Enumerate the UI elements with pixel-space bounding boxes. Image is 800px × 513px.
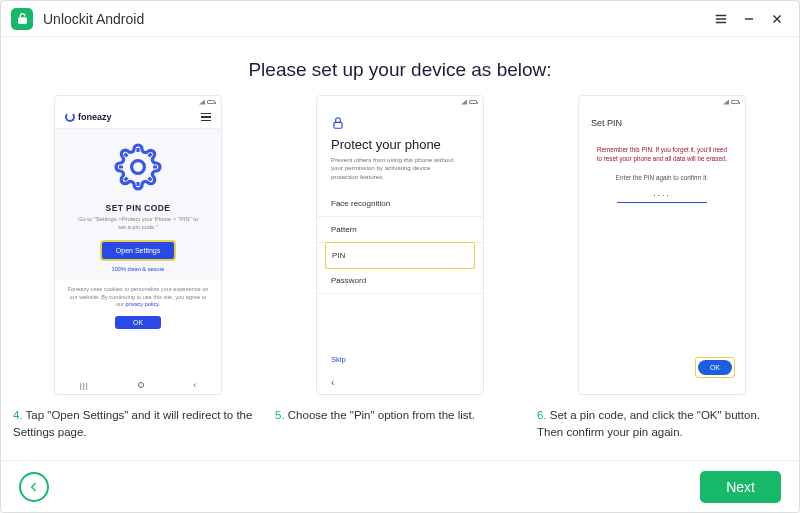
phone-mock-2: Protect your phone Prevent others from u… xyxy=(316,95,484,395)
phone2-description: Prevent others from using this phone wit… xyxy=(331,156,469,181)
ok-button-highlight: OK xyxy=(695,357,735,378)
phone1-tagline: 100% clean & secure xyxy=(65,266,211,272)
step-column-4: foneazy SET PIN CODE Go to "Settings >Pr… xyxy=(13,95,263,440)
privacy-policy-link: privacy policy xyxy=(125,301,158,307)
step-4-number: 4. xyxy=(13,409,23,421)
app-title: Unlockit Android xyxy=(43,11,144,27)
step-4-text: 4. Tap "Open Settings" and it will redir… xyxy=(13,407,263,440)
next-button[interactable]: Next xyxy=(700,471,781,503)
gear-icon xyxy=(114,143,162,191)
foneazy-logo: foneazy xyxy=(65,112,112,122)
step-column-5: Protect your phone Prevent others from u… xyxy=(275,95,525,440)
phone1-body: SET PIN CODE Go to "Settings >Protect yo… xyxy=(55,129,221,280)
status-bar xyxy=(579,96,745,108)
phone3-header: Set PIN xyxy=(591,118,733,128)
back-button[interactable] xyxy=(19,472,49,502)
step-6-body: Set a pin code, and click the "OK" butto… xyxy=(537,409,760,438)
status-bar xyxy=(55,96,221,108)
option-pin: PIN xyxy=(325,242,475,269)
app-window: Unlockit Android Please set up your devi… xyxy=(0,0,800,513)
main-content: Please set up your device as below: fone… xyxy=(1,37,799,460)
step-5-text: 5. Choose the "Pin" option from the list… xyxy=(275,407,475,424)
footer-bar: Next xyxy=(1,460,799,512)
menu-icon[interactable] xyxy=(709,7,733,31)
step-6-text: 6. Set a pin code, and click the "OK" bu… xyxy=(537,407,787,440)
phone1-subtitle: Go to "Settings >Protect your Phone > "P… xyxy=(65,216,211,241)
app-logo-icon xyxy=(11,8,33,30)
phone3-instruction: Enter the PIN again to confirm it. xyxy=(591,174,733,181)
lock-options-list: Face recognition Pattern PIN Password xyxy=(317,191,483,294)
title-bar: Unlockit Android xyxy=(1,1,799,37)
phone3-warning: Remember this PIN. If you forget it, you… xyxy=(591,146,733,174)
hamburger-icon xyxy=(201,113,211,122)
step-4-body: Tap "Open Settings" and it will redirect… xyxy=(13,409,252,438)
option-face-recognition: Face recognition xyxy=(317,191,483,217)
pin-input: ···· xyxy=(617,191,707,203)
phone2-title: Protect your phone xyxy=(331,137,469,152)
option-password: Password xyxy=(317,268,483,294)
home-icon xyxy=(138,382,144,388)
close-icon[interactable] xyxy=(765,7,789,31)
status-bar xyxy=(317,96,483,108)
step-6-number: 6. xyxy=(537,409,547,421)
foneazy-logo-icon xyxy=(65,112,75,122)
recent-apps-icon: ||| xyxy=(80,381,89,390)
page-heading: Please set up your device as below: xyxy=(1,59,799,81)
skip-link: Skip xyxy=(331,355,346,364)
step-5-number: 5. xyxy=(275,409,285,421)
instruction-columns: foneazy SET PIN CODE Go to "Settings >Pr… xyxy=(1,95,799,440)
svg-rect-9 xyxy=(334,122,342,128)
step-column-6: Set PIN Remember this PIN. If you forget… xyxy=(537,95,787,440)
phone3-body: Set PIN Remember this PIN. If you forget… xyxy=(579,108,745,217)
cookie-ok-button: OK xyxy=(115,316,161,329)
step-5-body: Choose the "Pin" option from the list. xyxy=(285,409,475,421)
back-icon: ‹ xyxy=(193,380,196,390)
foneazy-brand-text: foneazy xyxy=(78,112,112,122)
android-navbar: ||| ‹ xyxy=(55,380,221,390)
back-icon: ‹ xyxy=(331,377,334,388)
minimize-icon[interactable] xyxy=(737,7,761,31)
option-pattern: Pattern xyxy=(317,217,483,243)
svg-point-8 xyxy=(132,161,145,174)
phone-mock-3: Set PIN Remember this PIN. If you forget… xyxy=(578,95,746,395)
lock-icon xyxy=(331,116,469,133)
cookie-notice: Foneazy uses cookies to personalize your… xyxy=(55,280,221,313)
phone1-title: SET PIN CODE xyxy=(65,203,211,213)
open-settings-button: Open Settings xyxy=(101,241,175,260)
phone1-header: foneazy xyxy=(55,108,221,129)
svg-point-1 xyxy=(21,20,23,22)
phone-mock-1: foneazy SET PIN CODE Go to "Settings >Pr… xyxy=(54,95,222,395)
phone3-ok-button: OK xyxy=(698,360,732,375)
phone2-body: Protect your phone Prevent others from u… xyxy=(317,108,483,302)
